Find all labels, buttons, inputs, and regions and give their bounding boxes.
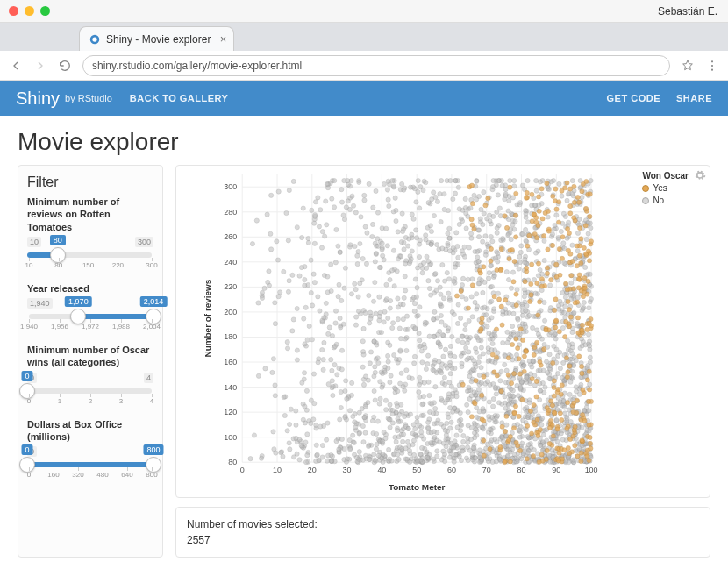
svg-point-1629 — [273, 394, 277, 398]
brand-logo[interactable]: Shiny — [16, 89, 60, 109]
svg-point-1559 — [579, 382, 583, 387]
svg-point-1463 — [393, 435, 397, 439]
svg-point-2466 — [564, 319, 568, 324]
svg-point-2342 — [580, 371, 584, 375]
svg-point-1823 — [533, 251, 538, 255]
svg-point-1008 — [575, 249, 580, 253]
svg-point-2195 — [469, 231, 474, 236]
svg-point-1365 — [509, 238, 513, 242]
svg-point-1696 — [357, 410, 361, 415]
year-slider-label: Year released — [27, 282, 153, 295]
svg-point-2378 — [511, 372, 516, 376]
svg-point-1213 — [374, 251, 378, 255]
svg-point-2421 — [571, 434, 575, 438]
page-body: Movie explorer Filter Minimum number of … — [0, 116, 728, 570]
minimize-window-icon[interactable] — [25, 6, 34, 16]
svg-point-2181 — [525, 451, 530, 455]
svg-text:120: 120 — [224, 408, 237, 416]
svg-point-1683 — [347, 409, 352, 413]
svg-point-2277 — [577, 273, 582, 277]
svg-point-2583 — [547, 442, 552, 446]
url-text: shiny.rstudio.com/gallery/movie-explorer… — [92, 60, 302, 72]
svg-point-2099 — [407, 237, 411, 241]
bookmark-star-icon[interactable] — [681, 59, 695, 73]
svg-point-2381 — [566, 299, 570, 303]
svg-point-898 — [520, 304, 525, 309]
zoom-window-icon[interactable] — [40, 6, 50, 16]
svg-point-1560 — [287, 188, 291, 192]
svg-point-1911 — [401, 227, 405, 231]
svg-point-1710 — [312, 221, 317, 225]
svg-point-1845 — [488, 337, 492, 341]
svg-point-1591 — [333, 260, 338, 265]
svg-point-1270 — [315, 452, 319, 457]
close-window-icon[interactable] — [9, 6, 18, 16]
svg-point-2559 — [588, 214, 592, 218]
forward-icon[interactable] — [33, 59, 47, 73]
svg-point-2123 — [447, 236, 452, 240]
svg-point-890 — [446, 231, 450, 236]
svg-point-2087 — [420, 402, 425, 407]
svg-point-2093 — [415, 459, 419, 463]
svg-point-2051 — [527, 359, 532, 363]
svg-point-1129 — [427, 334, 432, 338]
svg-point-2115 — [555, 439, 560, 444]
svg-point-1603 — [433, 195, 438, 199]
svg-point-2145 — [418, 185, 423, 189]
svg-point-1521 — [360, 458, 365, 462]
close-tab-icon[interactable]: × — [220, 32, 227, 46]
svg-point-1331 — [508, 179, 512, 183]
svg-point-1692 — [422, 380, 426, 385]
svg-point-577 — [569, 281, 574, 285]
svg-point-2349 — [510, 381, 514, 386]
svg-point-1743 — [372, 339, 376, 344]
menu-dots-icon[interactable] — [705, 59, 719, 73]
svg-point-2339 — [513, 213, 517, 217]
svg-point-876 — [453, 366, 457, 370]
svg-point-1838 — [439, 396, 443, 401]
svg-point-1674 — [341, 213, 346, 217]
svg-point-1220 — [496, 179, 501, 183]
back-icon[interactable] — [9, 59, 23, 73]
svg-point-1550 — [278, 290, 282, 295]
svg-point-2361 — [546, 247, 550, 252]
svg-point-1870 — [460, 282, 464, 287]
svg-point-987 — [273, 383, 277, 388]
share-link[interactable]: SHARE — [676, 93, 712, 103]
svg-point-1536 — [396, 389, 400, 394]
svg-point-297 — [512, 184, 517, 188]
reviews-slider[interactable]: 10300801080150220300 — [27, 237, 153, 277]
svg-point-2179 — [403, 261, 408, 266]
browser-tab[interactable]: Shiny - Movie explorer × — [79, 26, 234, 51]
svg-point-1294 — [368, 321, 372, 325]
svg-point-2468 — [589, 446, 593, 451]
gear-icon[interactable] — [694, 169, 706, 184]
svg-point-893 — [320, 348, 325, 352]
svg-point-2209 — [325, 274, 330, 279]
svg-point-2572 — [567, 231, 571, 235]
boxoffice-slider[interactable]: 008000160320480640800 — [27, 446, 153, 487]
svg-point-2020 — [489, 316, 494, 320]
svg-point-2535 — [587, 369, 591, 373]
year-slider[interactable]: 1,9401,9702,0141,9401,9561,9721,9882,004 — [27, 298, 153, 338]
get-code-link[interactable]: GET CODE — [607, 93, 660, 103]
svg-text:90: 90 — [552, 466, 560, 474]
reload-icon[interactable] — [58, 59, 72, 73]
back-to-gallery-link[interactable]: BACK TO GALLERY — [130, 93, 229, 103]
svg-point-100 — [449, 384, 453, 388]
address-bar[interactable]: shiny.rstudio.com/gallery/movie-explorer… — [82, 55, 670, 76]
svg-point-1480 — [466, 277, 470, 281]
svg-point-1486 — [416, 266, 420, 270]
scatter-plot[interactable]: Won Oscar Yes No 01020304050607080901008… — [175, 165, 710, 498]
svg-point-1503 — [310, 208, 314, 212]
svg-point-2501 — [553, 308, 557, 312]
oscars-slider[interactable]: 04001234 — [27, 373, 153, 413]
svg-point-1864 — [339, 405, 343, 409]
svg-point-2464 — [560, 417, 564, 422]
svg-point-2154 — [542, 300, 546, 304]
svg-point-2110 — [368, 361, 372, 366]
svg-point-2220 — [477, 373, 482, 377]
svg-point-1478 — [497, 206, 502, 210]
svg-point-1051 — [357, 180, 361, 184]
svg-point-1157 — [323, 234, 327, 238]
